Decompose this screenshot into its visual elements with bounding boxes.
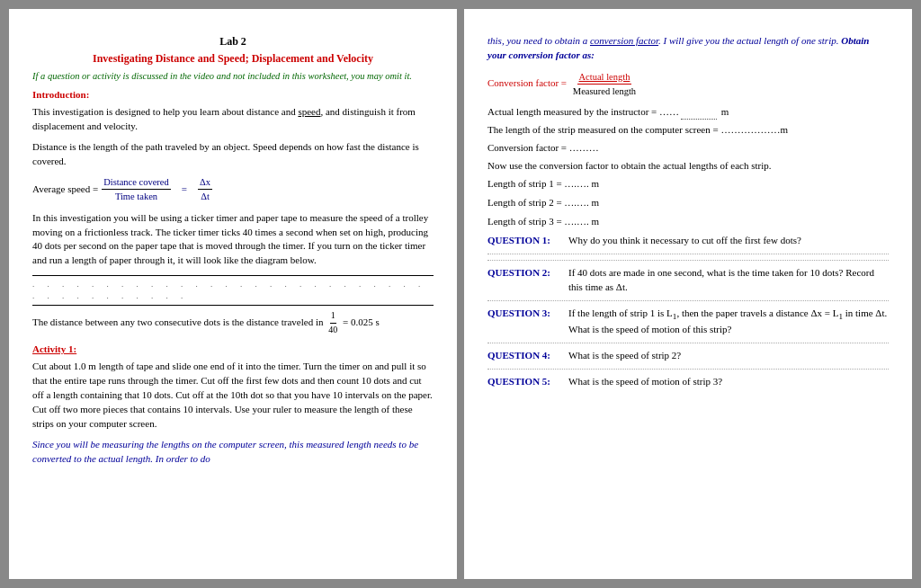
- measured-line4: Now use the conversion factor to obtain …: [487, 159, 889, 174]
- ticker-para: In this investigation you will be using …: [32, 211, 434, 269]
- q2-text: If 40 dots are made in one second, what …: [568, 266, 889, 295]
- lab-title: Investigating Distance and Speed; Displa…: [32, 51, 434, 67]
- measured-line2: The length of the strip measured on the …: [487, 123, 889, 138]
- small-fraction-container: 1 40 = 0.025 s: [326, 316, 379, 327]
- strip3-line: Length of strip 3 = ….…. m: [487, 215, 889, 229]
- conv-fraction: Actual length Measured length: [571, 70, 638, 98]
- frac-den: 40: [327, 324, 338, 337]
- q1-label: QUESTION 1:: [487, 234, 568, 248]
- tape-top-line: [32, 275, 434, 276]
- small-fraction: 1 40: [327, 309, 338, 336]
- tape-bottom-line: [32, 305, 434, 306]
- conversion-formula: Conversion factor = Actual length Measur…: [487, 70, 889, 98]
- activity1-text: Cut about 1.0 m length of tape and slide…: [32, 360, 434, 432]
- delta-x: Δx: [198, 175, 212, 190]
- q5-label: QUESTION 5:: [487, 375, 568, 389]
- question4-row: QUESTION 4: What is the speed of strip 2…: [487, 349, 889, 363]
- activity1-label: Activity 1:: [32, 343, 434, 357]
- italic-blue-text: Since you will be measuring the lengths …: [32, 438, 434, 467]
- q5-text: What is the speed of motion of strip 3?: [568, 375, 889, 389]
- conv-den: Measured length: [571, 85, 638, 98]
- measured-line3: Conversion factor = ………: [487, 141, 889, 156]
- equals-sign: =: [182, 183, 187, 197]
- q1-sep1: [487, 254, 889, 254]
- subtitle-italic: If a question or activity is discussed i…: [32, 70, 434, 84]
- tape-dots: . . . . . . . . . . . . . . . . . . . . …: [32, 279, 434, 302]
- question5-row: QUESTION 5: What is the speed of motion …: [487, 375, 889, 389]
- formula-denominator: Time taken: [113, 190, 159, 203]
- q1-sep2: [487, 260, 889, 261]
- q2-label: QUESTION 2:: [487, 266, 568, 295]
- speed-underline: speed: [298, 106, 320, 117]
- q2-sep1: [487, 300, 889, 301]
- tape-diagram: . . . . . . . . . . . . . . . . . . . . …: [32, 275, 434, 306]
- avg-speed-label: Average speed =: [32, 183, 98, 197]
- right-page: this, you need to obtain a conversion fa…: [464, 9, 912, 579]
- q3-sep1: [487, 343, 889, 343]
- q3-text: If the length of strip 1 is L1, then the…: [568, 307, 889, 337]
- q4-text: What is the speed of strip 2?: [568, 349, 889, 363]
- conversion-factor-ref: conversion factor: [590, 35, 658, 46]
- question3-row: QUESTION 3: If the length of strip 1 is …: [487, 307, 889, 337]
- delta-fraction: Δx Δt: [198, 175, 212, 203]
- formula-numerator: Distance covered: [102, 175, 171, 190]
- q3-label: QUESTION 3:: [487, 307, 568, 337]
- intro-para1: This investigation is designed to help y…: [32, 105, 434, 134]
- question2-row: QUESTION 2: If 40 dots are made in one s…: [487, 266, 889, 295]
- intro-italic-text: this, you need to obtain a conversion fa…: [487, 35, 869, 60]
- avg-speed-formula: Average speed = Distance covered Time ta…: [32, 175, 434, 203]
- formula-fraction: Distance covered Time taken: [102, 175, 171, 203]
- distance-para: The distance between any two consecutive…: [32, 309, 434, 336]
- conv-num: Actual length: [577, 70, 632, 85]
- question1-row: QUESTION 1: Why do you think it necessar…: [487, 234, 889, 248]
- intro-para2: Distance is the length of the path trave…: [32, 140, 434, 169]
- strip2-line: Length of strip 2 = ….…. m: [487, 196, 889, 210]
- q4-label: QUESTION 4:: [487, 349, 568, 363]
- q1-text: Why do you think it necessary to cut off…: [568, 234, 889, 248]
- q4-sep1: [487, 369, 889, 370]
- left-page: Lab 2 Investigating Distance and Speed; …: [9, 9, 457, 579]
- conv-label: Conversion factor =: [487, 77, 569, 88]
- lab-number: Lab 2: [32, 34, 434, 49]
- measured-line1: Actual length measured by the instructor…: [487, 105, 889, 120]
- page-container: Lab 2 Investigating Distance and Speed; …: [0, 0, 921, 588]
- frac-num: 1: [330, 309, 336, 324]
- strip1-line: Length of strip 1 = ….…. m: [487, 177, 889, 192]
- introduction-label: Introduction:: [32, 88, 434, 102]
- right-intro: this, you need to obtain a conversion fa…: [487, 34, 889, 63]
- delta-t: Δt: [199, 190, 211, 203]
